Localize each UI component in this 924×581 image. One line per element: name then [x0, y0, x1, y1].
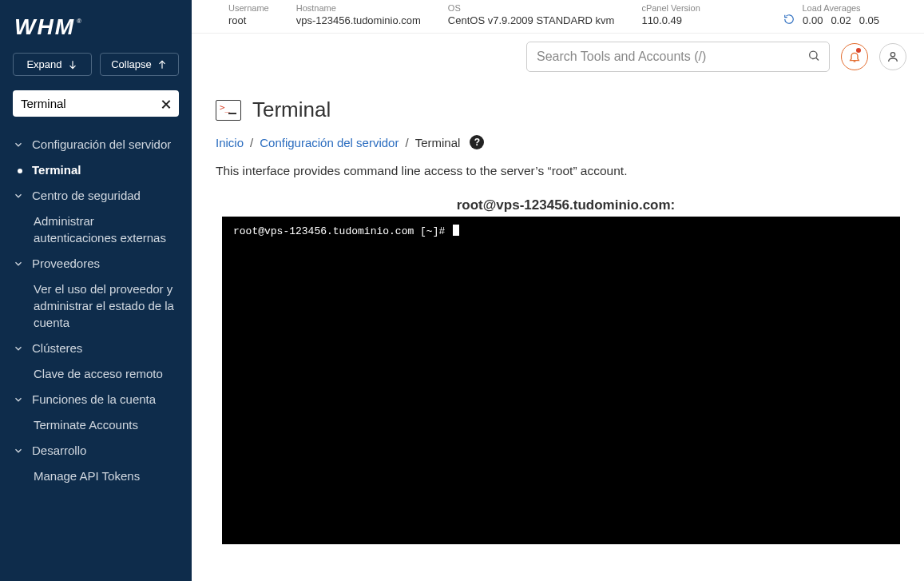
chevron-down-icon	[13, 258, 24, 269]
crumb-home[interactable]: Inicio	[216, 136, 244, 149]
hostname-value: vps-123456.tudominio.com	[296, 14, 421, 28]
sidebar-nav: Configuración del servidor Terminal Cent…	[0, 128, 192, 504]
sidebar-item-api-tokens[interactable]: Manage API Tokens	[0, 464, 192, 488]
os-value: CentOS v7.9.2009 STANDARD kvm	[448, 14, 615, 28]
bullet-icon	[18, 169, 22, 173]
sidebar-group-providers[interactable]: Proveedores	[0, 250, 192, 277]
terminal-window[interactable]: root@vps-123456.tudominio.com [~]#	[222, 217, 900, 544]
arrow-up-icon	[157, 59, 168, 70]
username-label: Username	[228, 3, 269, 14]
info-bar: Username root Hostname vps-123456.tudomi…	[192, 0, 924, 34]
chevron-down-icon	[13, 394, 24, 405]
crumb-leaf: Terminal	[415, 136, 461, 149]
cursor-icon	[453, 225, 459, 236]
expand-button[interactable]: Expand	[13, 53, 92, 76]
breadcrumb: Inicio / Configuración del servidor / Te…	[216, 135, 900, 149]
sidebar-item-auth[interactable]: Administrar autenticaciones externas	[0, 209, 192, 250]
sidebar-item-terminal[interactable]: Terminal	[0, 157, 192, 182]
sidebar-item-remote-key[interactable]: Clave de acceso remoto	[0, 361, 192, 386]
cpanel-value: 110.0.49	[641, 14, 700, 28]
terminal-icon: >_	[216, 100, 241, 121]
sidebar: WHM Expand Collapse Configuraci	[0, 0, 192, 581]
clear-search-icon[interactable]	[160, 97, 173, 113]
sidebar-group-account-fn[interactable]: Funciones de la cuenta	[0, 386, 192, 412]
sidebar-group-dev[interactable]: Desarrollo	[0, 437, 192, 464]
cpanel-label: cPanel Version	[641, 3, 700, 14]
help-icon[interactable]: ?	[470, 135, 484, 149]
user-icon	[886, 50, 899, 63]
page-description: This interface provides command line acc…	[216, 164, 900, 178]
reload-icon[interactable]	[783, 14, 795, 27]
sidebar-group-server-config[interactable]: Configuración del servidor	[0, 131, 192, 157]
page-title: Terminal	[252, 97, 331, 122]
chevron-down-icon	[13, 139, 24, 150]
sidebar-search-input[interactable]	[13, 90, 179, 117]
sidebar-item-terminate[interactable]: Terminate Accounts	[0, 412, 192, 437]
chevron-down-icon	[13, 190, 24, 201]
terminal-host-label: root@vps-123456.tudominio.com:	[232, 197, 900, 213]
load-label: Load Averages	[783, 3, 879, 14]
load-1m: 0.00	[803, 14, 823, 26]
hostname-label: Hostname	[296, 3, 421, 14]
crumb-section[interactable]: Configuración del servidor	[260, 136, 399, 149]
svg-line-1	[816, 58, 819, 61]
svg-point-0	[810, 52, 817, 59]
load-15m: 0.05	[859, 14, 879, 26]
logo: WHM	[14, 14, 81, 40]
collapse-button[interactable]: Collapse	[100, 53, 179, 76]
search-icon[interactable]	[807, 50, 820, 65]
sidebar-group-security[interactable]: Centro de seguridad	[0, 182, 192, 209]
arrow-down-icon	[67, 59, 78, 70]
toolbar	[192, 34, 924, 80]
svg-point-2	[890, 53, 894, 57]
os-label: OS	[448, 3, 615, 14]
load-5m: 0.02	[831, 14, 851, 26]
global-search-input[interactable]	[526, 42, 830, 72]
sidebar-group-clusters[interactable]: Clústeres	[0, 335, 192, 361]
sidebar-item-provider-usage[interactable]: Ver el uso del proveedor y administrar e…	[0, 277, 192, 335]
chevron-down-icon	[13, 445, 24, 456]
username-value: root	[228, 14, 269, 28]
notifications-button[interactable]	[841, 43, 868, 70]
account-button[interactable]	[879, 43, 906, 70]
chevron-down-icon	[13, 343, 24, 354]
